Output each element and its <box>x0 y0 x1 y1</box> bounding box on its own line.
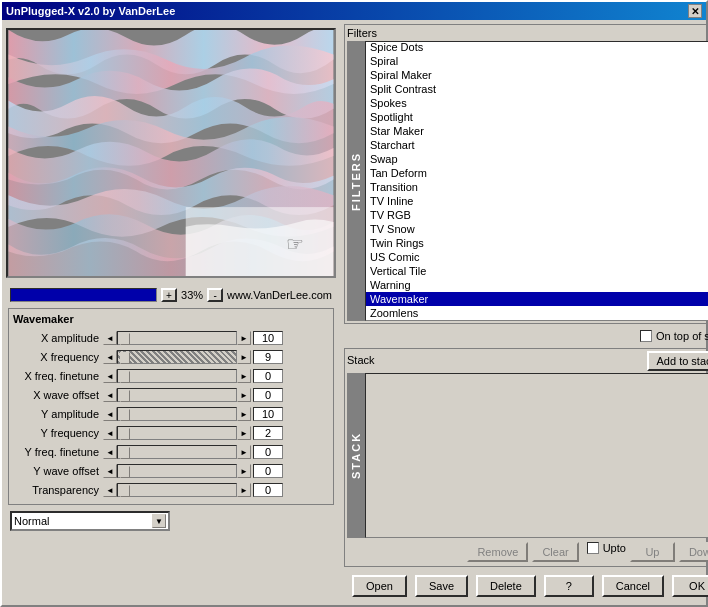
filter-list-item[interactable]: Spiral <box>366 54 708 68</box>
slider-track[interactable] <box>117 350 237 364</box>
filter-list-item[interactable]: Zoomlens <box>366 306 708 320</box>
help-button[interactable]: ? <box>544 575 594 597</box>
slider-left-btn[interactable]: ◄ <box>103 369 117 383</box>
slider-track[interactable] <box>117 369 237 383</box>
down-button[interactable]: Down <box>679 542 708 562</box>
filter-list-item[interactable]: Spiral Maker <box>366 68 708 82</box>
slider-right-btn[interactable]: ► <box>237 369 251 383</box>
filters-vertical-label: FILTERS <box>347 41 365 321</box>
filter-list-item[interactable]: Transition <box>366 180 708 194</box>
slider-right-btn[interactable]: ► <box>237 331 251 345</box>
slider-left-btn[interactable]: ◄ <box>103 331 117 345</box>
clear-button[interactable]: Clear <box>532 542 578 562</box>
filter-list-item[interactable]: Tan Deform <box>366 166 708 180</box>
slider-track[interactable] <box>117 445 237 459</box>
slider-right-btn[interactable]: ► <box>237 350 251 364</box>
slider-left-btn[interactable]: ◄ <box>103 350 117 364</box>
slider-track[interactable] <box>117 388 237 402</box>
upto-label: Upto <box>603 542 626 562</box>
ok-button[interactable]: OK <box>672 575 708 597</box>
right-panel: Filters FILTERS SolarizeSpice DotsSpiral… <box>340 20 708 605</box>
transparency-value: 0 <box>253 483 283 497</box>
filter-list-item[interactable]: TV RGB <box>366 208 708 222</box>
param-label: X amplitude <box>13 332 103 344</box>
up-button[interactable]: Up <box>630 542 675 562</box>
slider-thumb <box>120 447 130 459</box>
filter-list-item[interactable]: Swap <box>366 152 708 166</box>
param-rows: X amplitude◄►10X frequency◄►9X freq. fin… <box>13 329 329 480</box>
param-row: X amplitude◄►10 <box>13 329 329 347</box>
mode-dropdown[interactable]: Normal ▼ <box>10 511 170 531</box>
preview-area: ☞ <box>6 28 336 278</box>
filter-list-item[interactable]: Warning <box>366 278 708 292</box>
left-panel: ☞ + 33% - www.VanDerLee.com Wavemaker X … <box>2 20 340 605</box>
filter-list-item[interactable]: Twin Rings <box>366 236 708 250</box>
upto-checkbox[interactable] <box>587 542 599 554</box>
param-value: 0 <box>253 464 283 478</box>
main-window: UnPlugged-X v2.0 by VanDerLee ✕ <box>0 0 708 607</box>
param-row: Y freq. finetune◄►0 <box>13 443 329 461</box>
on-top-checkbox[interactable] <box>640 330 652 342</box>
filter-list-item[interactable]: US Comic <box>366 250 708 264</box>
filter-list-item[interactable]: Vertical Tile <box>366 264 708 278</box>
param-row: Y amplitude◄►10 <box>13 405 329 423</box>
cancel-button[interactable]: Cancel <box>602 575 664 597</box>
transparency-slider-track[interactable] <box>117 483 237 497</box>
params-title: Wavemaker <box>13 313 329 325</box>
slider-thumb <box>120 371 130 383</box>
param-label: X freq. finetune <box>13 370 103 382</box>
param-value: 0 <box>253 369 283 383</box>
zoom-minus-button[interactable]: - <box>207 288 223 302</box>
slider-left-btn[interactable]: ◄ <box>103 388 117 402</box>
slider-track[interactable] <box>117 407 237 421</box>
filters-list[interactable]: SolarizeSpice DotsSpiralSpiral MakerSpli… <box>365 41 708 321</box>
param-label: Y freq. finetune <box>13 446 103 458</box>
slider-track[interactable] <box>117 426 237 440</box>
save-button[interactable]: Save <box>415 575 468 597</box>
param-value: 2 <box>253 426 283 440</box>
filters-title: Filters <box>347 27 708 39</box>
on-top-label: On top of stack <box>656 330 708 342</box>
slider-track[interactable] <box>117 331 237 345</box>
filter-list-item[interactable]: Star Maker <box>366 124 708 138</box>
transparency-slider-left[interactable]: ◄ <box>103 483 117 497</box>
slider-right-btn[interactable]: ► <box>237 464 251 478</box>
open-button[interactable]: Open <box>352 575 407 597</box>
filter-list-item[interactable]: Starchart <box>366 138 708 152</box>
window-title: UnPlugged-X v2.0 by VanDerLee <box>6 5 175 17</box>
mode-dropdown-arrow: ▼ <box>152 514 166 528</box>
param-label: Y amplitude <box>13 408 103 420</box>
param-row: Y wave offset◄►0 <box>13 462 329 480</box>
slider-right-btn[interactable]: ► <box>237 426 251 440</box>
param-row: X wave offset◄►0 <box>13 386 329 404</box>
slider-thumb <box>120 466 130 478</box>
slider-left-btn[interactable]: ◄ <box>103 445 117 459</box>
transparency-slider-right[interactable]: ► <box>237 483 251 497</box>
filter-list-item[interactable]: Spotlight <box>366 110 708 124</box>
filter-list-item[interactable]: Spice Dots <box>366 41 708 54</box>
filter-list-item[interactable]: Wavemaker <box>366 292 708 306</box>
filter-list-item[interactable]: Split Contrast <box>366 82 708 96</box>
slider-right-btn[interactable]: ► <box>237 445 251 459</box>
stack-header: Stack Add to stack <box>347 351 708 371</box>
param-label: X frequency <box>13 351 103 363</box>
close-button[interactable]: ✕ <box>688 4 702 18</box>
remove-button[interactable]: Remove <box>467 542 528 562</box>
slider-left-btn[interactable]: ◄ <box>103 426 117 440</box>
slider-left-btn[interactable]: ◄ <box>103 407 117 421</box>
progress-fill <box>11 289 156 301</box>
slider-right-btn[interactable]: ► <box>237 407 251 421</box>
filters-section: Filters FILTERS SolarizeSpice DotsSpiral… <box>344 24 708 324</box>
slider-left-btn[interactable]: ◄ <box>103 464 117 478</box>
filter-list-item[interactable]: TV Snow <box>366 222 708 236</box>
stack-title: Stack <box>347 354 375 366</box>
slider-track[interactable] <box>117 464 237 478</box>
filter-list-item[interactable]: Spokes <box>366 96 708 110</box>
add-to-stack-button[interactable]: Add to stack <box>647 351 709 371</box>
stack-vertical-label: STACK <box>347 373 365 538</box>
zoom-plus-button[interactable]: + <box>161 288 177 302</box>
slider-right-btn[interactable]: ► <box>237 388 251 402</box>
delete-button[interactable]: Delete <box>476 575 536 597</box>
param-value: 9 <box>253 350 283 364</box>
filter-list-item[interactable]: TV Inline <box>366 194 708 208</box>
